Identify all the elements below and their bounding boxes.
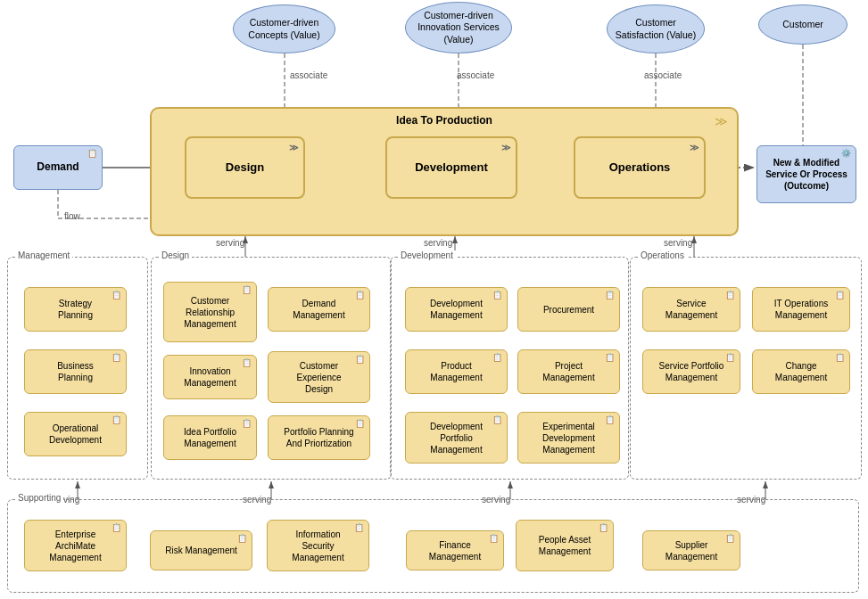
crm-icon: 📋 xyxy=(242,285,252,296)
portfolio-planning-label: Portfolio PlanningAnd Priortization xyxy=(284,426,353,449)
portfolio-planning-box: Portfolio PlanningAnd Priortization 📋 xyxy=(268,415,370,460)
demand-label: Demand xyxy=(37,160,79,175)
idea-portfolio-box: Idea PortfolioManagement 📋 xyxy=(163,415,257,460)
cxd-box: CustomerExperienceDesign 📋 xyxy=(268,351,370,403)
arrow-label-associate2: associate xyxy=(457,70,494,80)
operations-section-label: Operations xyxy=(638,250,687,260)
design-icon: ≫ xyxy=(289,142,298,153)
product-mgmt-box: ProductManagement 📋 xyxy=(405,349,508,394)
dev-portfolio-box: DevelopmentPortfolioManagement 📋 xyxy=(405,412,508,464)
suppliermgmt-icon: 📋 xyxy=(725,534,735,545)
riskmgmt-icon: 📋 xyxy=(237,534,247,545)
dp-icon: 📋 xyxy=(492,415,502,426)
svcmgmt-icon: 📋 xyxy=(725,291,735,301)
arrow-label-associate1: associate xyxy=(290,70,327,80)
dm-icon: 📋 xyxy=(355,291,365,301)
exp-dev-box: ExperimentalDevelopmentManagement 📋 xyxy=(517,412,620,464)
crm-box: CustomerRelationshipManagement 📋 xyxy=(163,282,257,342)
finance-mgmt-box: FinanceManagement 📋 xyxy=(406,530,504,570)
svc-mgmt-box: ServiceManagement 📋 xyxy=(642,287,740,332)
it-ops-mgmt-label: IT OperationsManagement xyxy=(774,298,828,321)
arrow-label-serving2: serving xyxy=(424,238,452,248)
im-icon: 📋 xyxy=(242,358,252,369)
cxd-icon: 📋 xyxy=(355,355,365,365)
idea-portfolio-label: Idea PortfolioManagement xyxy=(184,426,236,449)
procurement-box: Procurement 📋 xyxy=(517,287,620,332)
business-planning-label: BusinessPlanning xyxy=(57,360,94,383)
devmgmt-icon: 📋 xyxy=(492,291,502,301)
risk-mgmt-label: Risk Management xyxy=(165,545,237,556)
pp-icon: 📋 xyxy=(355,419,365,430)
itops-icon: 📋 xyxy=(835,291,845,301)
newmod-box: New & Modified Service Or Process (Outco… xyxy=(756,145,856,203)
people-asset-box: People AssetManagement 📋 xyxy=(516,520,614,571)
development-process-box: Development ≫ xyxy=(385,136,517,199)
procurement-label: Procurement xyxy=(543,304,594,316)
infosec-icon: 📋 xyxy=(354,523,364,534)
cloud-customer-driven-concepts: Customer-driven Concepts (Value) xyxy=(233,4,335,53)
strategy-planning-label: StrategyPlanning xyxy=(58,298,93,321)
exp-dev-label: ExperimentalDevelopmentManagement xyxy=(542,421,595,455)
cloud-customer-satisfaction: Customer Satisfaction (Value) xyxy=(607,4,705,53)
info-sec-box: InformationSecurityManagement 📋 xyxy=(267,520,369,571)
ent-arch-box: EnterpriseArchiMateManagement 📋 xyxy=(24,520,127,571)
demand-icon: 📋 xyxy=(87,149,97,160)
dev-mgmt-label: DevelopmentManagement xyxy=(430,298,483,321)
container-chevron: ≫ xyxy=(715,114,728,128)
newmod-label: New & Modified Service Or Process (Outco… xyxy=(763,157,850,192)
arrow-label-serving1: serving xyxy=(216,238,244,248)
design-section-label: Design xyxy=(159,250,192,260)
idea-to-production-label: Idea To Production xyxy=(396,114,492,127)
svcport-icon: 📋 xyxy=(725,353,735,364)
arrow-label-flow3: flow xyxy=(64,211,80,221)
entarch-icon: 📋 xyxy=(112,523,121,534)
finance-mgmt-label: FinanceManagement xyxy=(429,539,481,562)
operations-label: Operations xyxy=(609,160,671,176)
operational-development-label: OperationalDevelopment xyxy=(49,423,102,446)
strategy-planning-box: StrategyPlanning 📋 xyxy=(24,287,127,332)
operational-development-box: OperationalDevelopment 📋 xyxy=(24,412,127,456)
cloud-customer-driven-innovation: Customer-driven Innovation Services (Val… xyxy=(405,2,512,53)
demand-mgmt-box: DemandManagement 📋 xyxy=(268,287,370,332)
operations-icon: ≫ xyxy=(690,142,699,153)
demand-box: Demand 📋 xyxy=(13,145,103,190)
it-ops-mgmt-box: IT OperationsManagement 📋 xyxy=(752,287,850,332)
change-mgmt-box: ChangeManagement 📋 xyxy=(752,349,850,394)
finmgmt-icon: 📋 xyxy=(489,534,499,545)
diagram-container: Customer-driven Concepts (Value) Custome… xyxy=(0,0,868,599)
peopleasset-icon: 📋 xyxy=(599,523,608,534)
development-section-label: Development xyxy=(398,250,456,260)
innovation-mgmt-label: InnovationManagement xyxy=(184,365,236,389)
od-icon: 📋 xyxy=(112,415,121,426)
projmgmt-icon: 📋 xyxy=(605,353,615,364)
product-mgmt-label: ProductManagement xyxy=(430,360,482,383)
management-section-label: Management xyxy=(15,250,72,260)
development-label: Development xyxy=(415,160,488,176)
design-label: Design xyxy=(226,160,264,176)
crm-label: CustomerRelationshipManagement xyxy=(184,295,236,330)
cloud-customer: Customer xyxy=(758,4,847,45)
ip-icon: 📋 xyxy=(242,419,252,430)
prodmgmt-icon: 📋 xyxy=(492,353,502,364)
supplier-mgmt-label: SupplierManagement xyxy=(665,539,717,562)
svc-mgmt-label: ServiceManagement xyxy=(665,298,717,321)
sp-icon: 📋 xyxy=(112,291,121,301)
risk-mgmt-box: Risk Management 📋 xyxy=(150,530,252,570)
arrow-label-serving3: serving xyxy=(664,238,692,248)
info-sec-label: InformationSecurityManagement xyxy=(292,529,343,563)
svc-portfolio-label: Service PortfolioManagement xyxy=(659,360,724,383)
cxd-label: CustomerExperienceDesign xyxy=(296,360,341,395)
business-planning-box: BusinessPlanning 📋 xyxy=(24,349,127,394)
supporting-section-label: Supporting xyxy=(15,493,63,503)
newmod-icon: ⚙️ xyxy=(841,149,851,160)
operations-process-box: Operations ≫ xyxy=(574,136,706,199)
bp-icon: 📋 xyxy=(112,353,121,364)
proc-icon: 📋 xyxy=(605,291,615,301)
design-process-box: Design ≫ xyxy=(185,136,305,199)
change-mgmt-label: ChangeManagement xyxy=(775,360,827,383)
svc-portfolio-mgmt-box: Service PortfolioManagement 📋 xyxy=(642,349,740,394)
project-mgmt-box: ProjectManagement 📋 xyxy=(517,349,620,394)
dev-portfolio-label: DevelopmentPortfolioManagement xyxy=(430,421,483,455)
people-asset-label: People AssetManagement xyxy=(539,534,591,557)
project-mgmt-label: ProjectManagement xyxy=(542,360,594,383)
